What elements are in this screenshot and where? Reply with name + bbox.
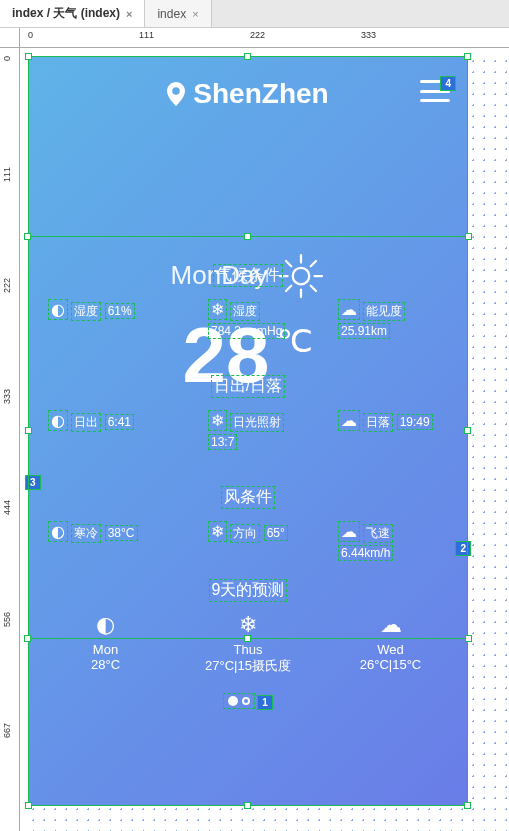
- forecast-day-name: Wed: [333, 642, 448, 657]
- forecast-day-temp: 27°C|15摄氏度: [191, 657, 306, 675]
- stat-value: 784.3cmmHg: [208, 323, 285, 339]
- stat-label: 湿度: [230, 302, 260, 321]
- stat-value: 6.44km/h: [338, 545, 393, 561]
- ruler-tick: 222: [2, 278, 12, 293]
- stat-value: 38°C: [105, 525, 138, 541]
- ruler-tick: 333: [2, 389, 12, 404]
- ruler-tick: 444: [2, 500, 12, 515]
- half-moon-icon: ◐: [48, 612, 163, 638]
- forecast-day[interactable]: ☁ Wed 26°C|15°C: [333, 612, 448, 675]
- stat-value: 6:41: [105, 414, 134, 430]
- section-climate: 气候条件 ◐ 湿度 61% ❄ 湿度 784.3cmmHg ☁ 能见度: [28, 264, 468, 345]
- stat-value: 25.91km: [338, 323, 390, 339]
- stat-label: 日光照射: [230, 413, 284, 432]
- stat-cell: ❄ 日光照射 13:7: [188, 406, 308, 456]
- section-title: 气候条件: [213, 264, 283, 287]
- section-sun: 日出/日落 ◐ 日出 6:41 ❄ 日光照射 13:7 ☁ 日落: [28, 375, 468, 456]
- stat-value: 19:49: [397, 414, 433, 430]
- dot-active[interactable]: [228, 696, 238, 706]
- stat-value: 13:7: [208, 434, 237, 450]
- stat-label: 寒冷: [71, 524, 101, 543]
- cloud-icon: ☁: [333, 612, 448, 638]
- selection-badge: 2: [455, 541, 471, 556]
- dot-inactive[interactable]: [242, 697, 250, 705]
- ruler-tick: 667: [2, 723, 12, 738]
- ruler-tick: 556: [2, 612, 12, 627]
- stat-label: 日出: [71, 413, 101, 432]
- header: ShenZhen 4: [28, 56, 468, 120]
- stat-cell: ☁ 飞速 6.44km/h: [328, 517, 448, 567]
- forecast-day-temp: 26°C|15°C: [333, 657, 448, 672]
- snowflake-icon: ❄: [208, 299, 227, 320]
- snowflake-icon: ❄: [191, 612, 306, 638]
- cloud-icon: ☁: [338, 299, 360, 320]
- snowflake-icon: ❄: [208, 521, 227, 542]
- tab-active[interactable]: index / 天气 (index) ×: [0, 0, 145, 27]
- city-name: ShenZhen: [193, 78, 328, 110]
- stat-label: 能见度: [363, 302, 405, 321]
- ruler-tick: 222: [250, 30, 265, 40]
- stat-value: 61%: [105, 303, 135, 319]
- selection-badge: 1: [257, 695, 273, 710]
- tab-bar: index / 天气 (index) × index ×: [0, 0, 509, 28]
- forecast-day[interactable]: ❄ Thus 27°C|15摄氏度: [191, 612, 306, 675]
- stat-label: 日落: [363, 413, 393, 432]
- stat-cell: ◐ 日出 6:41: [48, 406, 168, 456]
- cloud-icon: ☁: [338, 521, 360, 542]
- selection-divider: [28, 236, 468, 237]
- stat-label: 湿度: [71, 302, 101, 321]
- selection-badge: 4: [440, 76, 456, 91]
- ruler-horizontal[interactable]: 0 111 222 333: [20, 28, 509, 48]
- cloud-icon: ☁: [338, 410, 360, 431]
- ruler-tick: 0: [2, 56, 12, 61]
- canvas[interactable]: ShenZhen 4 MonDay: [20, 48, 509, 831]
- stat-cell: ◐ 寒冷 38°C: [48, 517, 168, 567]
- section-title: 日出/日落: [211, 375, 285, 398]
- ruler-tick: 111: [139, 30, 154, 40]
- tab-label: index / 天气 (index): [12, 5, 120, 22]
- stat-label: 方向: [230, 524, 260, 543]
- forecast-day-name: Mon: [48, 642, 163, 657]
- close-icon[interactable]: ×: [192, 8, 198, 20]
- ruler-tick: 0: [28, 30, 33, 40]
- stat-cell: ◐ 湿度 61%: [48, 295, 168, 345]
- half-moon-icon: ◐: [48, 299, 68, 320]
- ruler-corner: [0, 28, 20, 48]
- phone-frame[interactable]: ShenZhen 4 MonDay: [28, 56, 468, 806]
- stat-cell: ❄ 湿度 784.3cmmHg: [188, 295, 308, 345]
- location-pin-icon: [167, 82, 185, 106]
- stat-cell: ❄ 方向 65°: [188, 517, 308, 567]
- stat-value: 65°: [264, 525, 288, 541]
- selection-badge: 3: [25, 475, 41, 490]
- tab-label: index: [157, 7, 186, 21]
- close-icon[interactable]: ×: [126, 8, 132, 20]
- half-moon-icon: ◐: [48, 410, 68, 431]
- stat-cell: ☁ 日落 19:49: [328, 406, 448, 456]
- ruler-vertical[interactable]: 0 111 222 333 444 556 667: [0, 48, 20, 831]
- tab-inactive[interactable]: index ×: [145, 0, 211, 27]
- page-dots[interactable]: 1: [48, 693, 448, 711]
- half-moon-icon: ◐: [48, 521, 68, 542]
- snowflake-icon: ❄: [208, 410, 227, 431]
- ruler-tick: 333: [361, 30, 376, 40]
- section-title: 风条件: [221, 486, 275, 509]
- stat-label: 飞速: [363, 524, 393, 543]
- stat-cell: ☁ 能见度 25.91km: [328, 295, 448, 345]
- forecast: 9天的预测 ◐ Mon 28°C ❄ Thus 27°C|15摄氏度 ☁ Wed: [28, 579, 468, 731]
- section-wind: 风条件 ◐ 寒冷 38°C ❄ 方向 65° ☁ 飞速: [28, 486, 468, 567]
- forecast-day-name: Thus: [191, 642, 306, 657]
- forecast-day-temp: 28°C: [48, 657, 163, 672]
- forecast-title: 9天的预测: [209, 579, 288, 602]
- forecast-day[interactable]: ◐ Mon 28°C: [48, 612, 163, 675]
- ruler-tick: 111: [2, 167, 12, 182]
